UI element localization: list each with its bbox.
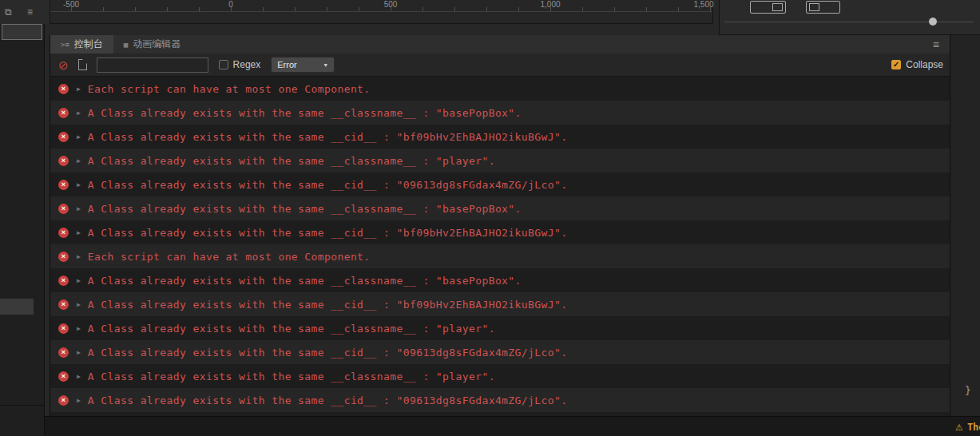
tab-animation-editor[interactable]: ▦ 动画编辑器 <box>113 35 191 54</box>
error-icon: × <box>58 180 69 190</box>
log-message: A Class already exists with the same __c… <box>88 371 495 382</box>
collapse-checkbox[interactable]: ✓ <box>891 60 901 69</box>
expand-caret-icon[interactable]: ▶ <box>77 397 81 404</box>
log-row[interactable]: × ▶ A Class already exists with the same… <box>50 388 950 412</box>
bottom-strip: ⚠ The <box>45 416 980 436</box>
log-row[interactable]: × ▶ A Class already exists with the same… <box>50 149 950 172</box>
timeline-ruler: -500 0 500 1,000 1,500 <box>50 0 713 24</box>
log-row[interactable]: × ▶ Each script can have at most one Com… <box>50 244 950 268</box>
console-search-input[interactable] <box>97 57 208 73</box>
error-icon: × <box>58 204 69 214</box>
log-row[interactable]: × ▶ Each script can have at most one Com… <box>50 77 950 101</box>
expand-caret-icon[interactable]: ▶ <box>77 109 81 117</box>
preview-controls-panel <box>719 0 980 35</box>
log-level-value: Error <box>277 60 296 69</box>
log-row[interactable]: × ▶ A Class already exists with the same… <box>50 220 950 244</box>
panel-menu-icon[interactable]: ≡ <box>922 35 950 54</box>
log-message: A Class already exists with the same __c… <box>88 155 495 167</box>
open-log-file-button[interactable] <box>78 59 87 70</box>
warning-text: The <box>967 422 980 433</box>
log-row[interactable]: × ▶ A Class already exists with the same… <box>50 125 950 149</box>
ruler-line <box>50 11 712 12</box>
tab-console[interactable]: >≡ 控制台 <box>50 35 113 54</box>
collapse-label: Collapse <box>906 59 943 70</box>
log-message: A Class already exists with the same __c… <box>88 131 568 143</box>
regex-checkbox[interactable] <box>219 60 228 69</box>
expand-caret-icon[interactable]: ▶ <box>77 181 81 188</box>
log-message: A Class already exists with the same __c… <box>88 203 522 215</box>
log-row[interactable]: × ▶ A Class already exists with the same… <box>50 364 950 388</box>
error-icon: × <box>58 84 69 94</box>
expand-caret-icon[interactable]: ▶ <box>77 301 81 308</box>
log-row[interactable]: × ▶ A Class already exists with the same… <box>50 268 950 292</box>
expand-caret-icon[interactable]: ▶ <box>77 373 81 380</box>
log-row[interactable]: × ▶ A Class already exists with the same… <box>50 172 950 196</box>
log-message: A Class already exists with the same __c… <box>88 107 522 119</box>
expand-caret-icon[interactable]: ▶ <box>77 325 81 332</box>
expand-caret-icon[interactable]: ▶ <box>77 229 81 236</box>
error-icon: × <box>58 395 69 406</box>
log-message: A Class already exists with the same __c… <box>88 275 522 287</box>
regex-label: Regex <box>233 59 261 70</box>
error-icon: × <box>58 347 69 358</box>
zoom-slider-handle[interactable] <box>929 18 937 26</box>
sidebar-divider <box>0 405 44 406</box>
expand-caret-icon[interactable]: ▶ <box>77 205 81 212</box>
console-tabbar: >≡ 控制台 ▦ 动画编辑器 ≡ <box>50 35 950 54</box>
error-icon: × <box>58 323 69 334</box>
log-message: A Class already exists with the same __c… <box>88 323 495 335</box>
console-panel: >≡ 控制台 ▦ 动画编辑器 ≡ ⊘ Regex Error ▼ ✓ Colla… <box>50 35 950 416</box>
log-message: A Class already exists with the same __c… <box>88 394 568 406</box>
console-toolbar: ⊘ Regex Error ▼ ✓ Collapse <box>50 54 950 77</box>
animation-tab-icon: ▦ <box>124 41 128 49</box>
log-row[interactable]: × ▶ A Class already exists with the same… <box>50 196 950 220</box>
expand-caret-icon[interactable]: ▶ <box>77 253 81 260</box>
chevron-down-icon: ▼ <box>323 62 328 68</box>
log-row[interactable]: × ▶ A Class already exists with the same… <box>50 101 950 125</box>
expand-caret-icon[interactable]: ▶ <box>77 133 81 141</box>
console-log-list: × ▶ Each script can have at most one Com… <box>50 77 950 416</box>
tab-animation-label: 动画编辑器 <box>133 38 181 51</box>
error-icon: × <box>58 275 69 286</box>
tabbar-spacer <box>191 35 922 54</box>
log-row[interactable]: × ▶ A Class already exists with the same… <box>50 292 950 316</box>
log-level-dropdown[interactable]: Error ▼ <box>271 57 335 73</box>
log-message: A Class already exists with the same __c… <box>88 227 568 239</box>
tab-console-label: 控制台 <box>74 38 103 51</box>
error-icon: × <box>58 299 69 310</box>
chrome-menu-icon[interactable]: ≡ <box>27 7 33 17</box>
console-tab-icon: >≡ <box>61 41 69 49</box>
background-code-panel: } <box>950 35 980 416</box>
log-message: A Class already exists with the same __c… <box>88 347 568 359</box>
error-icon: × <box>58 108 69 118</box>
window-chrome-topleft: ⧉ ≡ <box>0 0 50 24</box>
preview-button-inner <box>772 3 783 11</box>
error-icon: × <box>58 371 69 382</box>
expand-caret-icon[interactable]: ▶ <box>77 277 81 284</box>
error-icon: × <box>58 252 69 262</box>
float-panel-icon[interactable]: ⧉ <box>5 7 12 17</box>
expand-caret-icon[interactable]: ▶ <box>77 85 81 93</box>
code-fragment: } <box>965 384 971 396</box>
expand-caret-icon[interactable]: ▶ <box>77 157 81 164</box>
log-message: A Class already exists with the same __c… <box>88 299 568 311</box>
error-icon: × <box>58 228 69 238</box>
warning-icon: ⚠ <box>955 423 963 432</box>
preview-button[interactable] <box>750 1 786 14</box>
expand-caret-icon[interactable]: ▶ <box>77 349 81 356</box>
sidebar-tab[interactable] <box>2 24 42 40</box>
preview-button[interactable] <box>806 1 840 14</box>
preview-button-inner <box>809 3 819 11</box>
sidebar-selected-item[interactable] <box>0 299 34 315</box>
clear-console-button[interactable]: ⊘ <box>58 59 69 71</box>
background-warning: ⚠ The <box>955 422 980 433</box>
log-row[interactable]: × ▶ A Class already exists with the same… <box>50 316 950 340</box>
log-message: Each script can have at most one Compone… <box>88 83 371 95</box>
error-icon: × <box>58 132 69 142</box>
log-row[interactable]: × ▶ A Class already exists with the same… <box>50 340 950 364</box>
error-icon: × <box>58 156 69 166</box>
left-sidebar <box>0 24 45 436</box>
log-message: Each script can have at most one Compone… <box>88 251 371 263</box>
log-message: A Class already exists with the same __c… <box>88 179 568 191</box>
